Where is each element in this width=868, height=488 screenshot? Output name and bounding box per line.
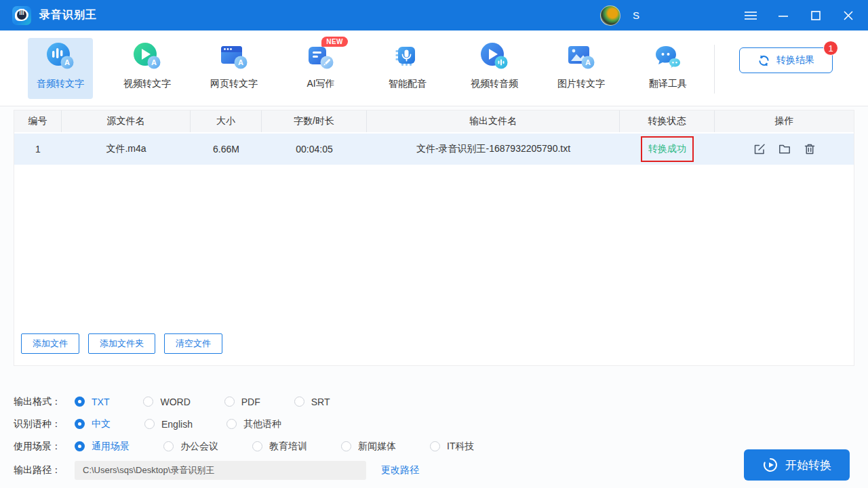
close-icon[interactable] (841, 8, 856, 23)
cell-words-duration: 00:04:05 (262, 144, 367, 155)
header-words-duration: 字数/时长 (262, 110, 367, 132)
tab-ai-writing[interactable]: NEW AI写作 (288, 38, 353, 99)
radio-format-pdf[interactable]: PDF (224, 396, 260, 407)
web-to-text-icon: A (218, 41, 250, 73)
radio-icon (144, 419, 155, 429)
tab-label: 翻译工具 (649, 78, 687, 90)
header-output: 输出文件名 (367, 110, 620, 132)
radio-format-txt[interactable]: TXT (75, 396, 109, 407)
feature-toolbar: A 音频转文字 A 视频转文字 (0, 30, 868, 106)
audio-to-text-icon: A (44, 41, 77, 73)
tab-label: 视频转音频 (471, 78, 518, 90)
cell-source: 文件.m4a (62, 143, 191, 155)
app-logo-icon (12, 6, 31, 25)
conversion-results-button[interactable]: 转换结果 1 (739, 47, 833, 73)
radio-icon (75, 396, 85, 407)
output-format-row: 输出格式： TXT WORD PDF SRT (14, 390, 508, 413)
radio-lang-chinese[interactable]: 中文 (75, 418, 111, 430)
radio-scene-it[interactable]: IT科技 (430, 441, 474, 453)
radio-icon (341, 441, 351, 451)
radio-icon (75, 419, 85, 429)
table-header: 编号 源文件名 大小 字数/时长 输出文件名 转换状态 操作 (14, 110, 854, 132)
tab-label: 网页转文字 (210, 78, 258, 90)
cell-status: 转换成功 (620, 136, 715, 162)
scene-row: 使用场景： 通用场景 办公会议 教育培训 新闻媒体 IT科技 (14, 435, 508, 458)
header-no: 编号 (14, 110, 62, 132)
radio-icon (430, 441, 440, 451)
radio-icon (226, 419, 237, 429)
table-row[interactable]: 1 文件.m4a 6.66M 00:04:05 文件-录音识别王-1687932… (14, 134, 854, 165)
conversion-results-label: 转换结果 (776, 54, 814, 66)
cell-no: 1 (14, 144, 62, 155)
header-size: 大小 (191, 110, 262, 132)
add-folder-button[interactable]: 添加文件夹 (88, 333, 155, 354)
language-label: 识别语种： (14, 418, 75, 430)
header-status: 转换状态 (620, 110, 715, 132)
status-annotation-box: 转换成功 (641, 136, 694, 162)
new-badge: NEW (321, 37, 348, 47)
status-badge: 转换成功 (648, 143, 686, 155)
tab-image-to-text[interactable]: A 图片转文字 (549, 38, 614, 99)
output-path-input[interactable] (75, 461, 366, 480)
delete-icon[interactable] (803, 142, 816, 156)
tab-label: AI写作 (307, 78, 334, 90)
radio-icon (294, 396, 304, 407)
radio-scene-general[interactable]: 通用场景 (75, 441, 130, 453)
tab-label: 音频转文字 (37, 78, 84, 90)
refresh-icon (757, 54, 770, 67)
tab-label: 智能配音 (389, 78, 427, 90)
tab-translate-tool[interactable]: 翻译工具 (635, 38, 701, 99)
video-to-audio-icon (478, 41, 511, 73)
minimize-icon[interactable] (776, 8, 791, 23)
radio-scene-meeting[interactable]: 办公会议 (163, 441, 218, 453)
app-title: 录音识别王 (39, 8, 97, 22)
change-path-link[interactable]: 更改路径 (381, 464, 419, 476)
tab-label: 图片转文字 (557, 78, 605, 90)
tab-audio-to-text[interactable]: A 音频转文字 (28, 38, 93, 99)
radio-lang-english[interactable]: English (144, 419, 193, 430)
svg-text:A: A (585, 58, 591, 66)
toolbar-divider (714, 45, 715, 94)
settings-section: 输出格式： TXT WORD PDF SRT 识别语种： 中文 English … (14, 390, 508, 458)
tab-label: 视频转文字 (123, 78, 171, 90)
svg-text:A: A (64, 58, 70, 66)
video-to-text-icon: A (131, 41, 163, 73)
user-avatar[interactable] (600, 5, 620, 26)
language-row: 识别语种： 中文 English 其他语种 (14, 413, 508, 435)
tab-video-to-text[interactable]: A 视频转文字 (115, 38, 180, 99)
start-conversion-label: 开始转换 (785, 458, 831, 473)
tab-video-to-audio[interactable]: 视频转音频 (462, 38, 527, 99)
radio-lang-other[interactable]: 其他语种 (226, 418, 281, 430)
start-conversion-button[interactable]: 开始转换 (744, 449, 850, 481)
radio-icon (143, 396, 153, 407)
svg-text:A: A (151, 58, 157, 66)
radio-icon (163, 441, 174, 451)
add-file-button[interactable]: 添加文件 (21, 333, 79, 354)
username-label[interactable]: S (633, 9, 639, 21)
tab-smart-dubbing[interactable]: 智能配音 (375, 38, 440, 99)
output-path-label: 输出路径： (14, 464, 75, 476)
menu-icon[interactable] (743, 8, 758, 23)
cell-output: 文件-录音识别王-1687932205790.txt (367, 143, 620, 155)
scene-label: 使用场景： (14, 441, 75, 453)
radio-icon (252, 441, 262, 451)
app-window: 录音识别王 S (0, 0, 868, 488)
cell-actions (715, 142, 854, 156)
radio-format-word[interactable]: WORD (143, 396, 190, 407)
clear-files-button[interactable]: 清空文件 (164, 333, 222, 354)
results-count-badge: 1 (823, 41, 838, 56)
radio-icon (75, 441, 85, 451)
tab-web-to-text[interactable]: A 网页转文字 (201, 38, 267, 99)
smart-dubbing-icon (391, 41, 424, 73)
edit-icon[interactable] (753, 142, 766, 156)
svg-text:A: A (238, 58, 243, 66)
cell-size: 6.66M (191, 144, 262, 155)
radio-scene-news[interactable]: 新闻媒体 (341, 441, 396, 453)
header-actions: 操作 (715, 110, 854, 132)
maximize-icon[interactable] (808, 8, 823, 23)
play-icon (762, 457, 778, 473)
folder-icon[interactable] (778, 142, 791, 156)
radio-scene-education[interactable]: 教育培训 (252, 441, 307, 453)
radio-format-srt[interactable]: SRT (294, 396, 330, 407)
translate-tool-icon (652, 41, 684, 73)
